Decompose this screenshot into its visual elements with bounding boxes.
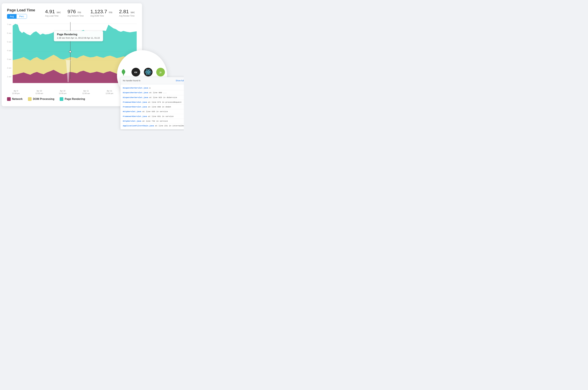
error-panel: No handler found fo Show full trace Copy… [120, 77, 184, 130]
x-label-3: Apr 1112:00 am [82, 90, 90, 95]
svg-text:ex: ex [134, 71, 137, 74]
stat-label-render: Avg Render Time [119, 15, 135, 17]
error-line-4: FrameworkServlet.java at line 974 in pro… [120, 100, 184, 104]
svg-point-15 [148, 72, 149, 73]
stat-label-load: Avg Load Time [45, 15, 61, 17]
nodejs-icon: js [156, 67, 165, 77]
svg-text:js: js [159, 71, 161, 74]
mern-icons-row: ex js [119, 67, 165, 77]
error-line-2: DispatcherServlet.java at line 988 ... [120, 90, 184, 95]
stat-value-render: 2.81 sec [119, 9, 135, 14]
show-full-trace-link[interactable]: Show full trace [176, 80, 184, 82]
legend-label-network: Network [12, 98, 23, 100]
react-icon [144, 67, 153, 77]
y-label-7: 7 sec [7, 23, 11, 25]
y-label-1: 1 sec [7, 76, 11, 78]
stat-label-dom: Avg DOM Time [90, 15, 113, 17]
error-line-5: FrameworkServlet.java at line 866 in doG… [120, 104, 184, 109]
title-section: Page Load Time Avg Perc [7, 8, 37, 19]
legend-swatch-rendering [60, 97, 63, 101]
legend-swatch-dom [28, 97, 32, 101]
stat-value-network: 976 ms [68, 9, 84, 14]
y-label-5: 5 sec [7, 41, 11, 43]
chart-legend: Network DOM Processing Page Rendering [7, 95, 137, 101]
error-line-7: FrameworkServlet.java at line 851 in ser… [120, 114, 184, 119]
x-label-1: Apr 1012:00 am [36, 90, 43, 95]
legend-network: Network [7, 97, 23, 101]
legend-label-dom: DOM Processing [33, 98, 54, 100]
legend-rendering: Page Rendering [60, 97, 85, 101]
y-label-3: 3 sec [7, 58, 11, 60]
error-line-9: ApplicationFilterChain.java at line 231 … [120, 123, 184, 128]
legend-dom: DOM Processing [28, 97, 54, 101]
stat-dom-time: 1,123.7 ms Avg DOM Time [90, 9, 113, 17]
y-label-4: 4 sec [7, 49, 11, 51]
legend-label-rendering: Page Rendering [65, 98, 85, 100]
stat-load-time: 4.91 sec Avg Load Time [45, 9, 61, 17]
x-label-4: Apr 1112:00 pm [106, 90, 113, 95]
error-header-actions: Show full trace Copy [176, 79, 184, 83]
svg-rect-8 [123, 74, 124, 75]
header-row: Page Load Time Avg Perc 4.91 sec Avg Loa… [7, 8, 137, 19]
error-body[interactable]: DispatcherServlet.java a DispatcherServl… [120, 84, 184, 129]
stat-network-time: 976 ms Avg Network Time [68, 9, 84, 17]
x-label-2: Apr 1012:00 pm [59, 90, 67, 95]
error-line-8: HttpServlet.java at line 742 in service [120, 119, 184, 123]
stat-value-dom: 1,123.7 ms [90, 9, 113, 14]
perc-toggle[interactable]: Perc [17, 14, 27, 19]
stat-label-network: Avg Network Time [68, 15, 84, 17]
error-header: No handler found fo Show full trace Copy [120, 77, 184, 84]
error-line-3: DispatcherServlet.java at line 925 in do… [120, 95, 184, 100]
error-header-text: No handler found fo [123, 80, 140, 82]
error-line-6: HttpServlet.java at line 635 in service [120, 109, 184, 114]
stat-value-load: 4.91 sec [45, 9, 61, 14]
mongodb-icon [119, 67, 128, 77]
x-axis-labels: Apr 912:00 pm Apr 1012:00 am Apr 1012:00… [7, 89, 137, 95]
stats-group: 4.91 sec Avg Load Time 976 ms Avg Networ… [45, 8, 137, 17]
y-label-6: 6 sec [7, 32, 11, 34]
error-line-1: DispatcherServlet.java a [120, 86, 184, 90]
x-label-0: Apr 912:00 pm [12, 90, 20, 95]
y-label-2: 2 sec [7, 67, 11, 69]
legend-swatch-network [7, 97, 11, 101]
stat-render-time: 2.81 sec Avg Render Time [119, 9, 135, 17]
toggle-group: Avg Perc [7, 14, 27, 19]
page-title: Page Load Time [7, 8, 37, 12]
express-icon: ex [131, 67, 141, 77]
avg-toggle[interactable]: Avg [7, 14, 17, 19]
